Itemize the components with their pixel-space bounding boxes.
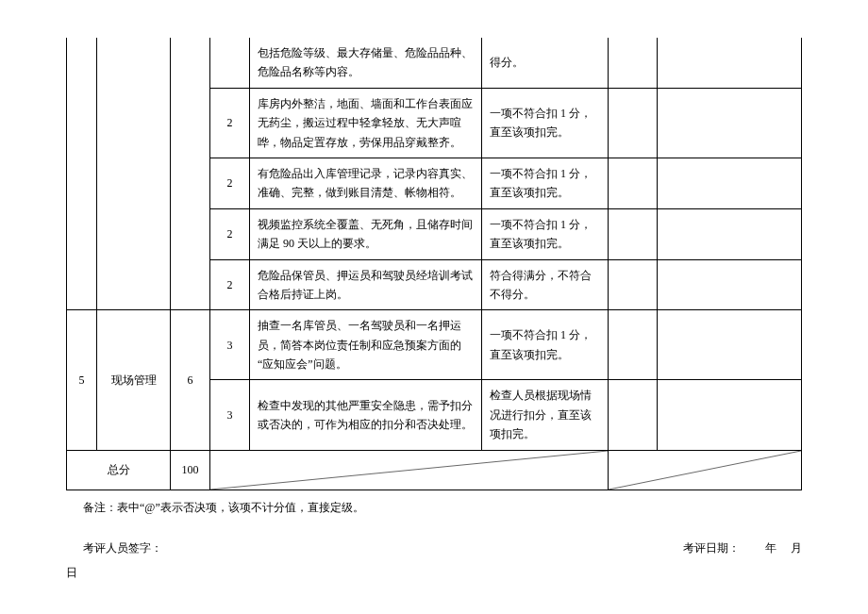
cell-blank <box>658 259 802 310</box>
svg-line-1 <box>609 451 801 490</box>
cell-blank <box>609 380 658 450</box>
cell-blank <box>658 158 802 208</box>
cell-blank <box>658 310 802 380</box>
cell-cat: 现场管理 <box>97 310 171 450</box>
cell-sub: 3 <box>210 380 250 450</box>
cell-idx-prev <box>67 38 97 310</box>
cell-desc: 抽查一名库管员、一名驾驶员和一名押运员，简答本岗位责任制和应急预案方面的“应知应… <box>250 310 482 380</box>
cell-criteria: 符合得满分，不符合不得分。 <box>482 259 609 310</box>
cell-blank <box>658 88 802 158</box>
cell-criteria: 检查人员根据现场情况进行扣分，直至该项扣完。 <box>482 380 609 450</box>
cell-sub: 3 <box>210 310 250 380</box>
cell-criteria: 一项不符合扣 1 分，直至该项扣完。 <box>482 88 609 158</box>
total-value: 100 <box>171 450 210 490</box>
cell-criteria: 一项不符合扣 1 分，直至该项扣完。 <box>482 208 609 259</box>
diagonal-line-icon <box>210 451 608 490</box>
cell-score-prev <box>171 38 210 310</box>
cell-blank <box>609 208 658 259</box>
cell-desc: 危险品保管员、押运员和驾驶员经培训考试合格后持证上岗。 <box>250 259 482 310</box>
year-label: 年 <box>765 541 776 555</box>
cell-sub: 2 <box>210 208 250 259</box>
table-row: 5 现场管理 6 3 抽查一名库管员、一名驾驶员和一名押运员，简答本岗位责任制和… <box>67 310 802 380</box>
cell-blank <box>609 88 658 158</box>
cell-desc: 检查中发现的其他严重安全隐患，需予扣分或否决的，可作为相应的扣分和否决处理。 <box>250 380 482 450</box>
cell-desc: 库房内外整洁，地面、墙面和工作台表面应无药尘，搬运过程中轻拿轻放、无大声喧哗，物… <box>250 88 482 158</box>
cell-criteria: 一项不符合扣 1 分，直至该项扣完。 <box>482 310 609 380</box>
cell-sub: 2 <box>210 158 250 208</box>
cell-blank <box>609 259 658 310</box>
evaluation-table: 包括危险等级、最大存储量、危险品品种、危险品名称等内容。 得分。 2 库房内外整… <box>66 38 802 490</box>
cell-blank <box>658 38 802 88</box>
cell-blank <box>658 380 802 450</box>
cell-blank <box>609 158 658 208</box>
eval-date-label: 考评日期： <box>683 541 740 555</box>
total-row: 总分 100 <box>67 450 802 490</box>
diagonal-cell <box>609 450 802 490</box>
cell-blank <box>658 208 802 259</box>
cell-cat-prev <box>97 38 171 310</box>
signature-right: 考评日期： 年 月 <box>683 537 802 559</box>
footnote-text: 备注：表中“@”表示否决项，该项不计分值，直接定级。 <box>83 498 802 519</box>
signature-left-label: 考评人员签字： <box>83 537 162 559</box>
diagonal-cell <box>210 450 609 490</box>
cell-criteria: 一项不符合扣 1 分，直至该项扣完。 <box>482 158 609 208</box>
signature-row: 考评人员签字： 考评日期： 年 月 <box>66 537 802 559</box>
cell-sub <box>210 38 250 88</box>
day-label: 日 <box>66 565 802 581</box>
cell-sub: 2 <box>210 259 250 310</box>
cell-idx: 5 <box>67 310 97 450</box>
diagonal-line-icon <box>609 451 801 490</box>
cell-score: 6 <box>171 310 210 450</box>
cell-desc: 有危险品出入库管理记录，记录内容真实、准确、完整，做到账目清楚、帐物相符。 <box>250 158 482 208</box>
cell-blank <box>609 310 658 380</box>
cell-criteria: 得分。 <box>482 38 609 88</box>
svg-line-0 <box>210 451 608 490</box>
cell-sub: 2 <box>210 88 250 158</box>
cell-blank <box>609 38 658 88</box>
month-label: 月 <box>791 541 802 555</box>
total-label: 总分 <box>67 450 171 490</box>
table-row: 包括危险等级、最大存储量、危险品品种、危险品名称等内容。 得分。 <box>67 38 802 88</box>
cell-desc: 视频监控系统全覆盖、无死角，且储存时间满足 90 天以上的要求。 <box>250 208 482 259</box>
cell-desc: 包括危险等级、最大存储量、危险品品种、危险品名称等内容。 <box>250 38 482 88</box>
